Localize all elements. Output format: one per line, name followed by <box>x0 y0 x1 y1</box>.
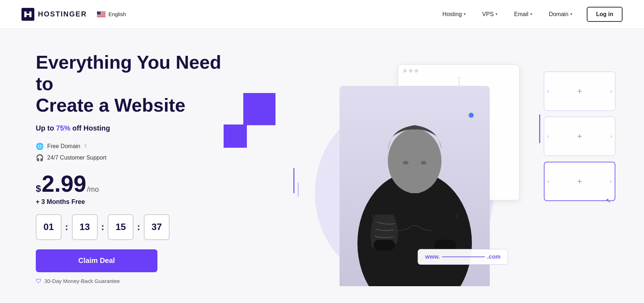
lang-label: English <box>108 11 126 17</box>
countdown-sep-1: : <box>65 221 68 233</box>
logo-text: HOSTINGER <box>38 10 87 18</box>
svg-point-11 <box>388 129 441 193</box>
header: HOSTINGER English Hosting ▾ VPS ▾ <box>0 0 644 29</box>
main-section: Everything You Need to Create a Website … <box>0 29 644 303</box>
lang-selector[interactable]: English <box>97 11 126 17</box>
feature-support-label: 24/7 Customer Support <box>47 155 106 161</box>
us-flag-icon <box>97 11 106 17</box>
card-plus-1: + <box>577 86 582 96</box>
card-plus-2: + <box>577 131 582 141</box>
hostinger-logo-icon <box>21 8 34 21</box>
chevron-down-icon: ▾ <box>464 12 466 16</box>
left-content: Everything You Need to Create a Website … <box>36 52 222 284</box>
browser-dot-3 <box>415 69 418 73</box>
nav-item-email[interactable]: Email ▾ <box>508 8 539 21</box>
price-display: $ 2.99 /mo <box>36 172 222 195</box>
nav-item-hosting[interactable]: Hosting ▾ <box>436 8 472 21</box>
domain-input-bar[interactable]: www. .com <box>418 249 508 265</box>
card-nav-left-3: ‹ <box>547 178 549 185</box>
cursor-icon: ↖ <box>606 197 611 205</box>
ui-card-2: ‹ + › <box>544 117 615 156</box>
countdown-sep-2: : <box>101 221 104 233</box>
hero-subtitle: Up to 75% off Hosting <box>36 124 222 132</box>
price-period: /mo <box>87 185 99 194</box>
purple-square-2 <box>224 124 247 148</box>
header-nav: Hosting ▾ VPS ▾ Email ▾ Domain ▾ Log in <box>436 7 623 22</box>
browser-dots <box>398 65 519 77</box>
domain-prefix: www. <box>425 254 440 260</box>
card-nav-left-1: ‹ <box>547 88 549 94</box>
guarantee-label: 30-Day Money-Back Guarantee <box>44 278 120 284</box>
card-nav-right-1: › <box>610 88 612 94</box>
countdown-hours: 01 <box>36 214 62 240</box>
features-list: 🌐 Free Domain ? 🎧 24/7 Customer Support <box>36 142 222 162</box>
login-button[interactable]: Log in <box>587 7 623 22</box>
ui-card-3-active: ‹ + › ↖ <box>544 162 615 201</box>
money-back-guarantee: 🛡 30-Day Money-Back Guarantee <box>36 278 222 284</box>
nav-vps-label: VPS <box>482 11 494 18</box>
domain-line <box>442 256 485 257</box>
claim-deal-button[interactable]: Claim Deal <box>36 249 157 272</box>
nav-item-vps[interactable]: VPS ▾ <box>476 8 504 21</box>
card-nav-right-2: › <box>610 133 612 140</box>
price-section: $ 2.99 /mo <box>36 172 222 195</box>
help-icon[interactable]: ? <box>84 143 87 149</box>
nav-hosting-label: Hosting <box>443 11 462 18</box>
vertical-line-left-2 <box>298 182 299 197</box>
feature-domain-label: Free Domain <box>47 143 80 150</box>
countdown-frames: 37 <box>144 214 170 240</box>
svg-rect-6 <box>97 15 106 15</box>
price-dollar: $ <box>36 183 41 194</box>
chevron-down-icon: ▾ <box>570 12 572 16</box>
svg-point-13 <box>421 161 426 165</box>
domain-suffix: .com <box>487 254 501 260</box>
vertical-accent-right <box>539 114 540 143</box>
countdown-seconds: 15 <box>108 214 133 240</box>
purple-square-1 <box>243 93 275 125</box>
nav-domain-label: Domain <box>549 11 569 18</box>
browser-dot-1 <box>403 69 407 73</box>
globe-icon: 🌐 <box>36 142 44 150</box>
hero-title: Everything You Need to Create a Website <box>36 52 222 116</box>
nav-item-domain[interactable]: Domain ▾ <box>542 8 579 21</box>
feature-support: 🎧 24/7 Customer Support <box>36 154 222 162</box>
browser-dot-2 <box>409 69 413 73</box>
card-nav-right-3: › <box>610 178 612 185</box>
logo[interactable]: HOSTINGER <box>21 8 87 21</box>
countdown-sep-3: : <box>137 221 140 233</box>
card-nav-left-2: ‹ <box>547 133 549 140</box>
price-amount: 2.99 <box>42 172 86 195</box>
ui-cards-area: ‹ + › ‹ + › ‹ + › ↖ <box>544 72 615 201</box>
blue-dot-accent <box>469 113 474 118</box>
ui-card-1: ‹ + › <box>544 72 615 111</box>
vertical-line-left <box>293 168 294 193</box>
chevron-down-icon: ▾ <box>496 12 498 16</box>
feature-domain: 🌐 Free Domain ? <box>36 142 222 150</box>
countdown-minutes: 13 <box>72 214 98 240</box>
countdown-timer: 01 : 13 : 15 : 37 <box>36 214 222 240</box>
headset-icon: 🎧 <box>36 154 44 162</box>
svg-rect-8 <box>97 11 101 15</box>
svg-rect-7 <box>97 16 106 16</box>
card-plus-3: + <box>577 176 582 186</box>
svg-point-12 <box>403 161 409 165</box>
chevron-down-icon: ▾ <box>530 12 532 16</box>
right-content: ‹ + › ‹ + › ‹ + › ↖ <box>222 43 623 293</box>
header-left: HOSTINGER English <box>21 8 126 21</box>
price-bonus: + 3 Months Free <box>36 198 222 206</box>
shield-icon: 🛡 <box>36 278 42 284</box>
svg-rect-14 <box>374 240 395 250</box>
discount-highlight: 75% <box>56 124 70 132</box>
nav-email-label: Email <box>514 11 528 18</box>
